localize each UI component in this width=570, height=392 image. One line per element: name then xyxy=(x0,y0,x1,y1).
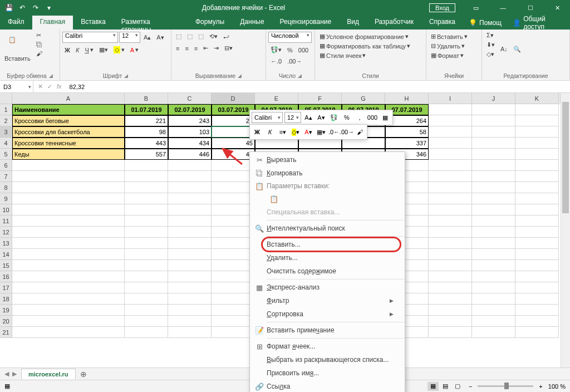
cell[interactable] xyxy=(12,193,125,204)
conditional-formatting-button[interactable]: ▦Условное форматирование▾ xyxy=(317,32,411,41)
clear-icon[interactable]: ◇▾ xyxy=(484,50,497,59)
row-header[interactable]: 11 xyxy=(0,215,12,227)
row-header[interactable]: 18 xyxy=(0,293,12,305)
mini-italic-icon[interactable]: К xyxy=(264,126,276,138)
ctx-pick-dropdown[interactable]: Выбрать из раскрывающегося списка... xyxy=(250,353,405,366)
zoom-level[interactable]: 100 % xyxy=(548,383,566,390)
cell[interactable] xyxy=(472,327,515,338)
cell[interactable] xyxy=(429,271,472,282)
cell[interactable] xyxy=(168,171,212,182)
cell[interactable] xyxy=(168,249,212,260)
cell[interactable] xyxy=(472,182,515,193)
cell[interactable] xyxy=(125,316,168,327)
row-header[interactable]: 8 xyxy=(0,182,12,193)
mini-size-select[interactable]: 12 xyxy=(284,112,301,123)
border-button[interactable]: ▦▾ xyxy=(97,45,110,55)
row-header[interactable]: 4 xyxy=(0,138,12,149)
tab-developer[interactable]: Разработчик xyxy=(367,16,421,30)
align-right-icon[interactable]: ≡ xyxy=(192,44,200,53)
mini-border2-icon[interactable]: ▦▾ xyxy=(316,126,327,138)
ctx-insert[interactable]: Вставить... xyxy=(250,238,405,251)
cell[interactable] xyxy=(472,282,515,293)
ctx-sort[interactable]: Сортировка▶ xyxy=(250,307,405,321)
cell[interactable] xyxy=(168,204,212,215)
cell[interactable] xyxy=(168,193,212,204)
font-color-button[interactable]: A▾ xyxy=(128,45,141,55)
cell[interactable] xyxy=(429,104,472,115)
mini-font-select[interactable]: Calibri xyxy=(252,112,283,123)
cell[interactable] xyxy=(472,126,515,138)
cell[interactable] xyxy=(12,260,125,271)
cell[interactable] xyxy=(429,249,472,260)
save-icon[interactable]: 💾 xyxy=(4,3,13,12)
cell[interactable] xyxy=(12,327,125,338)
mini-grow-font-icon[interactable]: A▴ xyxy=(303,112,314,123)
cell[interactable] xyxy=(125,204,168,215)
cell[interactable] xyxy=(168,227,212,238)
tab-formulas[interactable]: Формулы xyxy=(188,16,232,30)
row-header[interactable]: 15 xyxy=(0,260,12,271)
delete-cells-button[interactable]: ⊟Удалить▾ xyxy=(429,41,467,51)
cell[interactable] xyxy=(12,305,125,316)
merge-icon[interactable]: ⊟▾ xyxy=(222,43,235,53)
cell[interactable] xyxy=(125,327,168,338)
fill-icon[interactable]: ⬇▾ xyxy=(484,40,497,50)
ctx-cut[interactable]: ✂Вырезать xyxy=(250,153,405,166)
paste-button[interactable]: 📋 Вставить xyxy=(2,31,33,67)
cell[interactable] xyxy=(429,293,472,305)
fill-color-button[interactable]: ◇▾ xyxy=(111,45,127,55)
row-header[interactable]: 5 xyxy=(0,149,12,160)
col-header-c[interactable]: C xyxy=(168,93,212,104)
close-icon[interactable]: ✕ xyxy=(545,0,570,16)
cell[interactable] xyxy=(212,305,255,316)
ctx-link[interactable]: 🔗Ссылка xyxy=(250,380,405,392)
tab-review[interactable]: Рецензирование xyxy=(272,16,340,30)
cell[interactable] xyxy=(212,238,255,249)
cell[interactable]: 243 xyxy=(168,115,212,126)
cell[interactable]: Кроссовки теннисные xyxy=(12,138,125,149)
align-center-icon[interactable]: ≡ xyxy=(183,44,190,53)
login-button[interactable]: Вход xyxy=(429,3,455,12)
font-launcher-icon[interactable]: ◢ xyxy=(124,73,128,79)
ctx-paste-special[interactable]: Специальная вставка... xyxy=(250,205,405,219)
align-bottom-icon[interactable]: ⬚ xyxy=(196,32,206,41)
ctx-comment[interactable]: 📝Вставить примечание xyxy=(250,324,405,337)
col-header-g[interactable]: G xyxy=(342,93,385,104)
cell[interactable] xyxy=(429,305,472,316)
sheet-next-icon[interactable]: ▶ xyxy=(12,370,17,378)
tab-help[interactable]: Справка xyxy=(421,16,463,30)
bold-button[interactable]: Ж xyxy=(62,46,72,55)
cell[interactable] xyxy=(125,249,168,260)
cell[interactable] xyxy=(429,160,472,171)
zoom-slider[interactable] xyxy=(478,385,533,387)
cell[interactable]: Наименование xyxy=(12,104,125,115)
cell[interactable] xyxy=(429,171,472,182)
cell[interactable] xyxy=(472,115,515,126)
accept-formula-icon[interactable]: ✓ xyxy=(47,83,52,90)
format-as-table-button[interactable]: ▦Форматировать как таблицу▾ xyxy=(317,41,412,51)
tab-home[interactable]: Главная xyxy=(32,16,73,30)
select-all-corner[interactable] xyxy=(0,93,12,104)
cell[interactable] xyxy=(212,271,255,282)
cell[interactable]: 446 xyxy=(168,149,212,160)
ctx-clear[interactable]: Очистить содержимое xyxy=(250,264,405,278)
ribbon-options-icon[interactable]: ▭ xyxy=(463,0,488,16)
cell[interactable] xyxy=(429,260,472,271)
row-header[interactable]: 14 xyxy=(0,249,12,260)
cell[interactable] xyxy=(515,282,559,293)
cell[interactable] xyxy=(515,305,559,316)
cell[interactable] xyxy=(12,249,125,260)
col-header-i[interactable]: I xyxy=(429,93,472,104)
cell[interactable] xyxy=(429,204,472,215)
vertical-scrollbar[interactable] xyxy=(561,93,570,367)
cell[interactable]: 103 xyxy=(168,126,212,138)
format-cells-button[interactable]: ▦Формат▾ xyxy=(429,51,466,60)
row-header[interactable]: 10 xyxy=(0,204,12,215)
cell[interactable] xyxy=(168,305,212,316)
fx-icon[interactable]: fx xyxy=(57,83,62,90)
col-header-k[interactable]: K xyxy=(515,93,559,104)
cell[interactable] xyxy=(515,115,559,126)
comma-icon[interactable]: 000 xyxy=(296,46,311,55)
cell[interactable] xyxy=(12,160,125,171)
row-header[interactable]: 12 xyxy=(0,227,12,238)
